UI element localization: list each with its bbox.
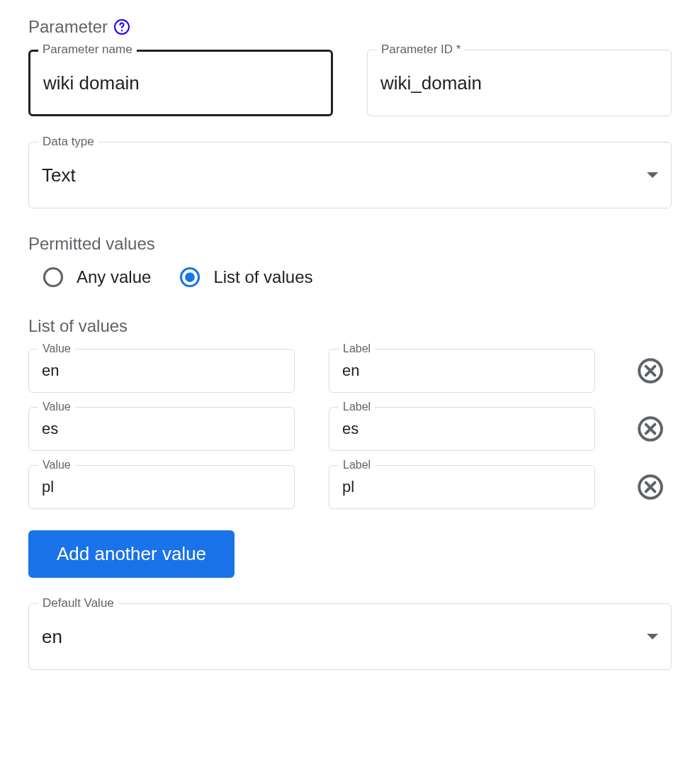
- default-value-label: Default Value: [38, 596, 118, 610]
- label-input[interactable]: [329, 465, 595, 509]
- permitted-values-title: Permitted values: [28, 234, 672, 254]
- help-icon[interactable]: [113, 18, 130, 35]
- value-label: Value: [38, 342, 75, 355]
- parameter-name-input[interactable]: [28, 50, 333, 116]
- add-value-button[interactable]: Add another value: [28, 530, 235, 578]
- parameter-name-label: Parameter name: [38, 43, 137, 57]
- label-field: Label: [329, 349, 595, 393]
- parameter-title-text: Parameter: [28, 17, 108, 37]
- data-type-label: Data type: [38, 135, 98, 149]
- value-list-grid: Value Label Value Label Value Label: [28, 349, 672, 509]
- radio-list-values[interactable]: List of values: [179, 267, 312, 288]
- value-label: Value: [38, 459, 75, 471]
- default-value-select[interactable]: en: [28, 603, 672, 670]
- svg-point-1: [121, 30, 123, 31]
- svg-point-2: [45, 269, 62, 286]
- radio-list-label: List of values: [213, 267, 312, 287]
- caret-down-icon: [647, 634, 658, 639]
- default-value-field: Default Value en: [28, 603, 672, 670]
- radio-any-value[interactable]: Any value: [43, 267, 151, 288]
- data-type-select[interactable]: Text: [28, 142, 672, 208]
- default-value-text: en: [42, 626, 62, 648]
- svg-point-4: [186, 272, 196, 282]
- label-input[interactable]: [329, 407, 595, 451]
- radio-unchecked-icon: [43, 267, 64, 288]
- remove-row-icon[interactable]: [637, 415, 664, 442]
- parameter-id-input[interactable]: [367, 50, 672, 116]
- parameter-id-field: Parameter ID *: [367, 50, 672, 116]
- value-field: Value: [28, 465, 295, 509]
- value-label: Value: [38, 401, 75, 413]
- label-label: Label: [339, 459, 375, 471]
- parameter-name-field: Parameter name: [28, 50, 333, 116]
- value-field: Value: [28, 349, 295, 393]
- label-field: Label: [329, 407, 595, 451]
- data-type-value: Text: [42, 164, 76, 186]
- label-label: Label: [339, 401, 375, 413]
- parameter-id-label: Parameter ID *: [377, 43, 465, 57]
- label-field: Label: [329, 465, 595, 509]
- value-field: Value: [28, 407, 295, 451]
- parameter-section-title: Parameter: [28, 17, 672, 37]
- value-input[interactable]: [28, 407, 295, 451]
- remove-row-icon[interactable]: [637, 474, 664, 501]
- data-type-field: Data type Text: [28, 142, 672, 208]
- list-of-values-title: List of values: [28, 316, 672, 336]
- label-input[interactable]: [329, 349, 595, 393]
- remove-row-icon[interactable]: [637, 357, 664, 384]
- radio-checked-icon: [179, 267, 201, 288]
- caret-down-icon: [647, 172, 658, 178]
- radio-any-label: Any value: [77, 267, 151, 287]
- value-input[interactable]: [28, 465, 295, 509]
- label-label: Label: [339, 342, 375, 355]
- value-input[interactable]: [28, 349, 295, 393]
